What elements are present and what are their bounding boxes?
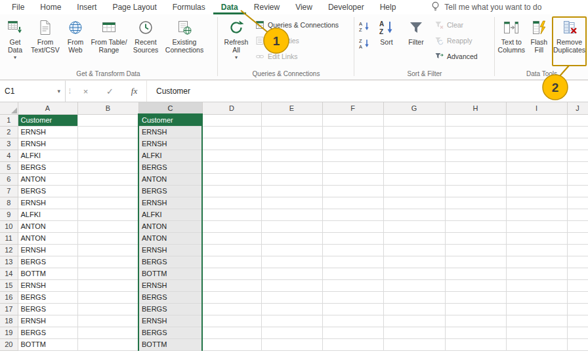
formula-bar-drag-handle[interactable]: ⁞ [66,81,74,102]
cell-C13[interactable]: BERGS [138,256,202,268]
cell-B11[interactable] [77,232,138,244]
cell-I2[interactable] [506,126,567,138]
filter-button[interactable]: Filter [401,16,431,66]
cell-G10[interactable] [383,220,445,232]
cell-G14[interactable] [383,268,445,279]
cell-D17[interactable] [202,303,261,315]
cell-A5[interactable]: BERGS [18,161,77,173]
cell-D14[interactable] [202,268,261,279]
cell-C18[interactable]: ERNSH [138,315,202,327]
cell-J5[interactable] [567,161,588,173]
cell-I8[interactable] [506,197,567,209]
cell-D7[interactable] [202,185,261,197]
cell-H11[interactable] [445,232,506,244]
cell-C5[interactable]: BERGS [138,161,202,173]
cell-I15[interactable] [506,279,567,291]
cell-I13[interactable] [506,256,567,268]
tab-data[interactable]: Data [213,0,246,14]
row-header-11[interactable]: 11 [0,232,18,244]
cell-F2[interactable] [322,126,383,138]
from-table-range-button[interactable]: From Table/ Range [91,16,127,66]
cell-B6[interactable] [77,173,138,185]
cell-G12[interactable] [383,244,445,256]
cell-G6[interactable] [383,173,445,185]
cell-H14[interactable] [445,268,506,279]
cell-B19[interactable] [77,327,138,338]
cell-H9[interactable] [445,209,506,220]
cell-F19[interactable] [322,327,383,338]
cell-F17[interactable] [322,303,383,315]
cell-D10[interactable] [202,220,261,232]
cell-G13[interactable] [383,256,445,268]
cell-J15[interactable] [567,279,588,291]
cell-F14[interactable] [322,268,383,279]
cell-G16[interactable] [383,291,445,303]
cell-J9[interactable] [567,209,588,220]
cell-B20[interactable] [77,338,138,350]
cell-F10[interactable] [322,220,383,232]
cell-A1[interactable]: Customer [18,114,77,126]
cell-D8[interactable] [202,197,261,209]
cell-G3[interactable] [383,138,445,150]
cell-A3[interactable]: ERNSH [18,138,77,150]
cell-I1[interactable] [506,114,567,126]
cell-G9[interactable] [383,209,445,220]
cell-E17[interactable] [261,303,322,315]
cell-B2[interactable] [77,126,138,138]
cell-A15[interactable]: ERNSH [18,279,77,291]
cell-A8[interactable]: ERNSH [18,197,77,209]
cell-A11[interactable]: ANTON [18,232,77,244]
cell-F5[interactable] [322,161,383,173]
cell-H16[interactable] [445,291,506,303]
row-header-19[interactable]: 19 [0,327,18,338]
cell-G2[interactable] [383,126,445,138]
tab-help[interactable]: Help [372,0,404,14]
cell-G4[interactable] [383,150,445,161]
from-text-csv-button[interactable]: From Text/CSV [30,16,60,66]
cell-E10[interactable] [261,220,322,232]
cell-J8[interactable] [567,197,588,209]
cell-C7[interactable]: BERGS [138,185,202,197]
cell-C6[interactable]: ANTON [138,173,202,185]
column-header-C[interactable]: C [138,102,202,114]
cell-E15[interactable] [261,279,322,291]
cell-F13[interactable] [322,256,383,268]
row-header-9[interactable]: 9 [0,209,18,220]
cell-J12[interactable] [567,244,588,256]
cell-J13[interactable] [567,256,588,268]
cell-G5[interactable] [383,161,445,173]
cell-C20[interactable]: BOTTM [138,338,202,350]
row-header-16[interactable]: 16 [0,291,18,303]
cell-G18[interactable] [383,315,445,327]
tab-page-layout[interactable]: Page Layout [104,0,164,14]
cell-E11[interactable] [261,232,322,244]
cell-E14[interactable] [261,268,322,279]
cell-I10[interactable] [506,220,567,232]
clear-button[interactable]: Clear [432,18,480,31]
row-header-8[interactable]: 8 [0,197,18,209]
cell-J3[interactable] [567,138,588,150]
cell-D19[interactable] [202,327,261,338]
cell-J10[interactable] [567,220,588,232]
row-header-2[interactable]: 2 [0,126,18,138]
cell-H10[interactable] [445,220,506,232]
cell-G1[interactable] [383,114,445,126]
cell-D6[interactable] [202,173,261,185]
cell-E5[interactable] [261,161,322,173]
cell-E6[interactable] [261,173,322,185]
row-header-1[interactable]: 1 [0,114,18,126]
cell-C3[interactable]: ERNSH [138,138,202,150]
cell-B4[interactable] [77,150,138,161]
cell-B12[interactable] [77,244,138,256]
cell-I20[interactable] [506,338,567,350]
cell-D12[interactable] [202,244,261,256]
tab-review[interactable]: Review [246,0,287,14]
cell-H19[interactable] [445,327,506,338]
flash-fill-button[interactable]: Flash Fill [528,16,551,66]
cell-H1[interactable] [445,114,506,126]
row-header-18[interactable]: 18 [0,315,18,327]
cell-B18[interactable] [77,315,138,327]
cell-C11[interactable]: ANTON [138,232,202,244]
cell-C8[interactable]: ERNSH [138,197,202,209]
cell-E8[interactable] [261,197,322,209]
